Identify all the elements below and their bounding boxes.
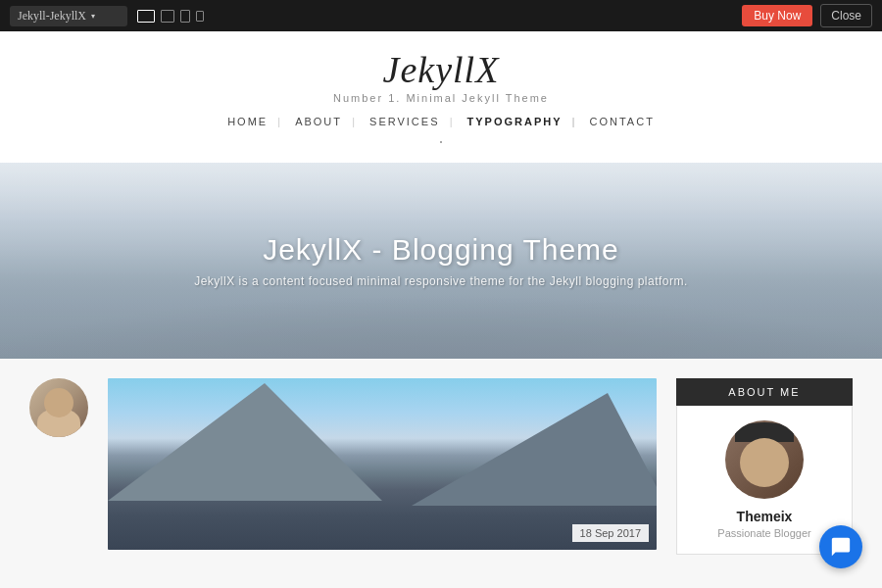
post-date: 18 Sep 2017 bbox=[572, 524, 649, 542]
close-button[interactable]: Close bbox=[820, 4, 872, 27]
theme-name-label: Jekyll-JekyllX bbox=[18, 9, 86, 24]
content-area: 18 Sep 2017 ABOUT ME Themeix Passionate … bbox=[0, 359, 882, 588]
top-bar: Jekyll-JekyllX ▾ Buy Now Close bbox=[0, 0, 882, 31]
blogger-name: Themeix bbox=[687, 509, 842, 524]
site-tagline: Number 1. Minimal Jekyll Theme bbox=[0, 92, 882, 104]
blogger-title: Passionate Blogger bbox=[687, 527, 842, 539]
chevron-down-icon: ▾ bbox=[91, 12, 95, 21]
top-bar-right: Buy Now Close bbox=[742, 4, 872, 27]
hero-title: JekyllX - Blogging Theme bbox=[194, 233, 688, 267]
site-header: JekyllX Number 1. Minimal Jekyll Theme H… bbox=[0, 31, 882, 163]
viewport-icons bbox=[137, 10, 204, 23]
nav-services[interactable]: SERVICES bbox=[356, 116, 453, 127]
site-logo: JekyllX bbox=[0, 51, 882, 88]
chat-button[interactable] bbox=[819, 525, 862, 568]
chat-icon bbox=[830, 536, 852, 558]
desktop-icon[interactable] bbox=[137, 10, 155, 23]
site-nav: HOME ABOUT SERVICES TYPOGRAPHY CONTACT bbox=[0, 116, 882, 133]
small-mobile-icon[interactable] bbox=[196, 11, 204, 22]
theme-dropdown[interactable]: Jekyll-JekyllX ▾ bbox=[10, 6, 127, 26]
top-bar-left: Jekyll-JekyllX ▾ bbox=[10, 6, 204, 26]
author-avatar-small bbox=[29, 378, 88, 437]
middle-column: 18 Sep 2017 bbox=[108, 378, 657, 582]
buy-now-button[interactable]: Buy Now bbox=[742, 5, 812, 26]
hero-section: JekyllX - Blogging Theme JekyllX is a co… bbox=[0, 163, 882, 359]
blogger-avatar bbox=[725, 420, 804, 499]
hero-subtitle: JekyllX is a content focused minimal res… bbox=[194, 274, 688, 288]
blog-post-image[interactable]: 18 Sep 2017 bbox=[108, 378, 657, 550]
left-column bbox=[29, 378, 98, 582]
nav-contact[interactable]: CONTACT bbox=[576, 116, 668, 127]
nav-home[interactable]: HOME bbox=[214, 116, 281, 127]
nav-dot: · bbox=[0, 135, 882, 151]
nav-about[interactable]: ABOUT bbox=[281, 116, 356, 127]
hero-content: JekyllX - Blogging Theme JekyllX is a co… bbox=[194, 233, 688, 288]
mobile-icon[interactable] bbox=[180, 10, 190, 23]
nav-typography[interactable]: TYPOGRAPHY bbox=[453, 116, 575, 127]
tablet-icon[interactable] bbox=[161, 10, 174, 23]
about-me-heading: ABOUT ME bbox=[676, 378, 853, 406]
